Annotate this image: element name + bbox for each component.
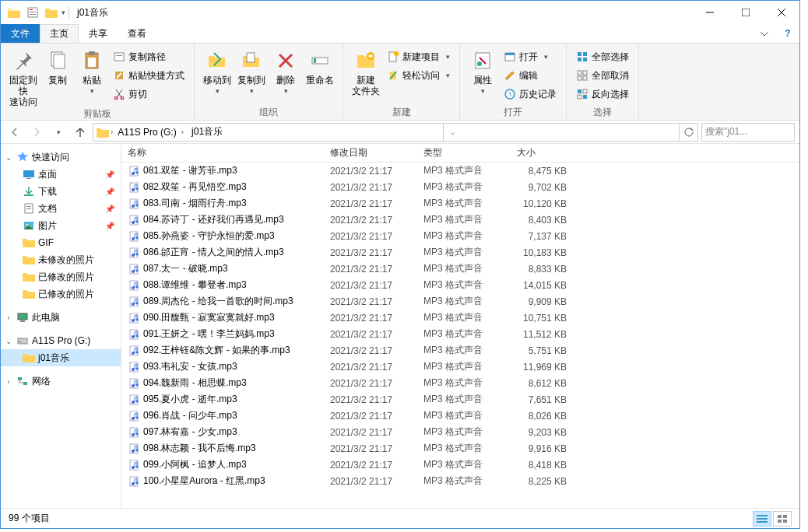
breadcrumb-drive[interactable]: A11S Pro (G:)›: [114, 127, 187, 138]
svg-rect-32: [583, 58, 587, 61]
close-button[interactable]: [764, 1, 799, 24]
svg-point-25: [477, 61, 482, 66]
tree-pictures[interactable]: 图片📌: [1, 217, 121, 234]
svg-point-98: [132, 401, 135, 404]
file-date: 2021/3/2 21:17: [324, 231, 417, 242]
svg-rect-117: [757, 521, 768, 523]
tree-quickaccess[interactable]: ⌄快速访问: [1, 149, 121, 166]
table-row[interactable]: 092.王梓钰&陈文辉 - 如果的事.mp32021/3/2 21:17MP3 …: [121, 342, 799, 359]
edit-button[interactable]: 编辑: [501, 67, 560, 84]
table-row[interactable]: 094.魏新雨 - 相思蝶.mp32021/3/2 21:17MP3 格式声音8…: [121, 375, 799, 391]
svg-rect-13: [114, 53, 124, 61]
view-icons-button[interactable]: [773, 511, 792, 527]
file-name: 087.太一 - 破晓.mp3: [143, 262, 228, 275]
col-size[interactable]: 大小: [511, 146, 573, 159]
newfolder-button[interactable]: 新建 文件夹: [350, 47, 382, 96]
pasteshortcut-button[interactable]: 粘贴快捷方式: [110, 67, 188, 84]
col-date[interactable]: 修改日期: [324, 146, 417, 159]
tab-view[interactable]: 查看: [118, 24, 156, 43]
tree-desktop[interactable]: 桌面📌: [1, 166, 121, 183]
table-row[interactable]: 085.孙燕姿 - 守护永恒的爱.mp32021/3/2 21:17MP3 格式…: [121, 228, 799, 244]
svg-point-101: [132, 417, 135, 420]
nav-forward-button[interactable]: [27, 123, 46, 142]
tab-share[interactable]: 共享: [79, 24, 118, 43]
minimize-button[interactable]: [692, 1, 728, 24]
svg-point-114: [136, 481, 139, 484]
table-row[interactable]: 081.双笙 - 谢芳菲.mp32021/3/2 21:17MP3 格式声音8,…: [121, 163, 799, 179]
table-row[interactable]: 099.小阿枫 - 追梦人.mp32021/3/2 21:17MP3 格式声音8…: [121, 457, 799, 473]
tree-network[interactable]: ›网络: [1, 373, 121, 390]
svg-point-69: [136, 236, 139, 239]
mp3-icon: [128, 279, 140, 292]
nav-back-button[interactable]: [5, 123, 24, 142]
selectall-button[interactable]: 全部选择: [573, 48, 632, 65]
nav-recent-dropdown[interactable]: ▾: [49, 123, 68, 142]
file-type: MP3 格式声音: [417, 360, 511, 373]
address-dropdown-icon[interactable]: ⌵: [443, 124, 462, 141]
tree-drive[interactable]: ⌄A11S Pro (G:): [1, 332, 121, 349]
mp3-icon: [128, 214, 140, 226]
table-row[interactable]: 100.小星星Aurora - 红黑.mp32021/3/2 21:17MP3 …: [121, 473, 799, 489]
tree-downloads[interactable]: 下载📌: [1, 183, 121, 200]
copypath-button[interactable]: 复制路径: [110, 48, 188, 65]
table-row[interactable]: 097.林宥嘉 - 少女.mp32021/3/2 21:17MP3 格式声音9,…: [121, 424, 799, 440]
tree-documents[interactable]: 文档📌: [1, 200, 121, 217]
easyaccess-button[interactable]: 轻松访问▾: [384, 67, 453, 84]
qat-properties-icon[interactable]: [24, 4, 41, 21]
table-row[interactable]: 088.谭维维 - 攀登者.mp32021/3/2 21:17MP3 格式声音1…: [121, 277, 799, 293]
group-label-select: 选择: [573, 106, 632, 118]
table-row[interactable]: 086.邰正宵 - 情人之间的情人.mp32021/3/2 21:17MP3 格…: [121, 244, 799, 261]
svg-point-63: [136, 204, 139, 206]
copyto-button[interactable]: 复制到▾: [235, 47, 268, 95]
tree-currentfolder[interactable]: j01音乐: [1, 349, 121, 366]
table-row[interactable]: 093.韦礼安 - 女孩.mp32021/3/2 21:17MP3 格式声音11…: [121, 359, 799, 375]
rename-button[interactable]: 重命名: [304, 47, 336, 86]
help-icon[interactable]: ?: [776, 24, 799, 43]
table-row[interactable]: 098.林志颖 - 我不后悔.mp32021/3/2 21:17MP3 格式声音…: [121, 440, 799, 457]
delete-button[interactable]: 删除▾: [269, 47, 302, 95]
table-row[interactable]: 089.周杰伦 - 给我一首歌的时间.mp32021/3/2 21:17MP3 …: [121, 293, 799, 310]
tree-gif[interactable]: GIF: [1, 234, 121, 251]
copy-button[interactable]: 复制: [41, 47, 74, 86]
table-row[interactable]: 095.夏小虎 - 逝年.mp32021/3/2 21:17MP3 格式声音7,…: [121, 391, 799, 408]
tab-home[interactable]: 主页: [40, 24, 79, 43]
folder-icon[interactable]: [5, 4, 23, 21]
table-row[interactable]: 083.司南 - 烟雨行舟.mp32021/3/2 21:17MP3 格式声音1…: [121, 195, 799, 212]
history-button[interactable]: 历史记录: [501, 86, 560, 103]
table-row[interactable]: 084.苏诗丁 - 还好我们再遇见.mp32021/3/2 21:17MP3 格…: [121, 212, 799, 228]
newitem-button[interactable]: 新建项目▾: [384, 48, 453, 65]
tree-mod2[interactable]: 已修改的照片: [1, 285, 121, 303]
svg-point-108: [136, 449, 139, 451]
col-name[interactable]: 名称: [121, 146, 324, 159]
qat-dropdown-icon[interactable]: ▾: [61, 9, 65, 16]
table-row[interactable]: 090.田馥甄 - 寂寞寂寞就好.mp32021/3/2 21:17MP3 格式…: [121, 310, 799, 326]
paste-button[interactable]: 粘贴 ▾: [76, 47, 108, 95]
ribbon-collapse-icon[interactable]: [753, 24, 776, 43]
search-input[interactable]: 搜索"j01...: [701, 123, 795, 142]
view-details-button[interactable]: [753, 511, 771, 527]
nav-up-button[interactable]: [71, 123, 90, 142]
table-row[interactable]: 096.肖战 - 问少年.mp32021/3/2 21:17MP3 格式声音8,…: [121, 408, 799, 424]
tree-unmod[interactable]: 未修改的照片: [1, 251, 121, 268]
col-type[interactable]: 类型: [417, 146, 511, 159]
moveto-button[interactable]: 移动到▾: [201, 47, 234, 95]
invertsel-button[interactable]: 反向选择: [573, 86, 632, 103]
ribbon-group-clipboard: 固定到快 速访问 复制 粘贴 ▾ 复制路径 粘贴快捷方式 剪切 剪贴板: [1, 44, 195, 120]
pin-quickaccess-button[interactable]: 固定到快 速访问: [7, 47, 40, 107]
properties-button[interactable]: 属性▾: [466, 47, 499, 95]
table-row[interactable]: 091.王妍之 - 嘿！李兰妈妈.mp32021/3/2 21:17MP3 格式…: [121, 326, 799, 342]
tree-thispc[interactable]: ›此电脑: [1, 309, 121, 326]
table-row[interactable]: 082.双笙 - 再见悟空.mp32021/3/2 21:17MP3 格式声音9…: [121, 179, 799, 195]
selectnone-button[interactable]: 全部取消: [573, 67, 632, 84]
tab-file[interactable]: 文件: [1, 24, 40, 43]
breadcrumb-folder[interactable]: j01音乐: [188, 125, 226, 138]
open-button[interactable]: 打开▾: [501, 48, 560, 65]
cut-button[interactable]: 剪切: [110, 86, 188, 103]
refresh-button[interactable]: [679, 124, 697, 141]
address-bar[interactable]: › A11S Pro (G:)› j01音乐 ⌵: [93, 123, 698, 142]
maximize-button[interactable]: [728, 1, 764, 24]
qat-newfolder-icon[interactable]: [43, 4, 60, 21]
window-title: j01音乐: [77, 6, 108, 19]
table-row[interactable]: 087.太一 - 破晓.mp32021/3/2 21:17MP3 格式声音8,8…: [121, 261, 799, 277]
tree-mod[interactable]: 已修改的照片: [1, 268, 121, 285]
